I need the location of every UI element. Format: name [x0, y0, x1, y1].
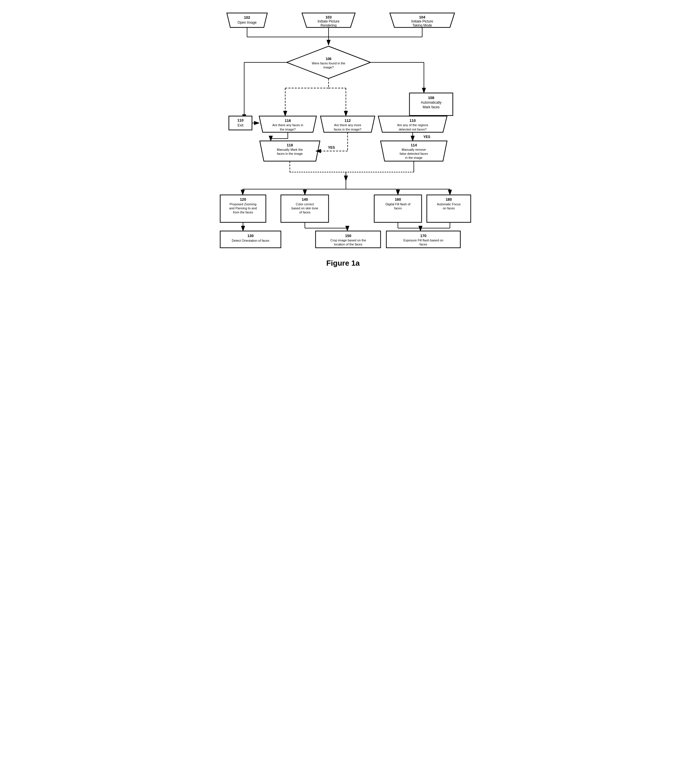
node-108-label2: Mark faces — [423, 105, 440, 109]
node-180-label1: Automatic Focus — [437, 202, 461, 206]
node-103-id: 103 — [325, 15, 332, 20]
node-130-id: 130 — [247, 234, 254, 238]
node-114-label1: Manually remove — [402, 148, 426, 151]
main-diagram: 102 Open Image 103 Initiate Picture Rend… — [213, 6, 473, 309]
node-150-id: 150 — [345, 234, 351, 238]
node-120-label3: from the faces — [233, 210, 253, 214]
node-160-id: 160 — [395, 197, 401, 202]
yes-label-112: YES — [328, 145, 335, 150]
node-108-id: 108 — [428, 96, 434, 100]
node-116-label2: the image? — [280, 128, 296, 131]
node-116-label1: Are there any faces in — [272, 123, 303, 127]
node-104-label1: Initiate Picture — [411, 20, 433, 23]
node-112-id: 112 — [345, 118, 351, 123]
node-160-label1: Digital Fill flash of — [385, 202, 411, 206]
node-110r-label2: detected not faces? — [399, 128, 426, 131]
node-112-label1: Are there any more — [334, 123, 361, 127]
node-114-label2: false detected faces — [400, 152, 428, 155]
node-170-label2: faces — [420, 243, 427, 246]
page-container: 102 Open Image 103 Initiate Picture Rend… — [213, 6, 473, 309]
node-160-label2: faces — [394, 207, 402, 210]
node-118-label1: Manually Mark the — [277, 148, 303, 151]
node-170-id: 170 — [420, 234, 426, 238]
node-118-label2: faces in the image — [277, 152, 302, 155]
node-110r-id: 110 — [410, 118, 416, 123]
node-104-label2: Taking Mode — [412, 23, 432, 28]
node-106-id: 106 — [326, 57, 332, 61]
node-140-label3: of faces — [299, 210, 310, 214]
node-106-label2: image? — [323, 65, 334, 69]
node-140-id: 140 — [302, 197, 308, 202]
node-106-label1: Were faces found in the — [312, 62, 345, 65]
node-170-label1: Exposure Fill flash based on — [403, 238, 443, 242]
node-118-id: 118 — [287, 143, 293, 147]
node-112-label2: faces in the image? — [334, 128, 361, 131]
flowchart-main: 102 Open Image 103 Initiate Picture Rend… — [213, 6, 473, 309]
node-120-label2: and Panning to and — [229, 207, 256, 210]
node-102-id: 102 — [244, 15, 250, 20]
node-180-id: 180 — [446, 197, 452, 202]
node-116-id: 116 — [285, 118, 291, 123]
node-140-label1: Color correct — [296, 202, 314, 206]
node-140-label2: based on skin tone — [292, 207, 318, 210]
node-180-label2: on faces — [443, 207, 455, 210]
node-120-label1: Proposed Zooming — [230, 202, 256, 206]
node-120-id: 120 — [240, 197, 246, 202]
figure-caption: Figure 1a — [326, 259, 360, 267]
node-110-exit-label: Exit — [237, 123, 243, 127]
node-130-label1: Detect Orientation of faces — [232, 239, 270, 242]
yes-label-110r: YES — [423, 135, 430, 139]
node-103-label1: Initiate Picture — [318, 20, 340, 23]
node-114-id: 114 — [411, 143, 417, 147]
node-102-label: Open Image — [237, 21, 256, 24]
node-110r-label1: Are any of the regions — [397, 123, 428, 127]
node-110-exit-id: 110 — [237, 118, 243, 122]
node-114-label3: in the image — [405, 156, 423, 160]
node-150-label1: Crop image based on the — [330, 238, 366, 242]
node-150-label2: location of the faces — [334, 243, 363, 246]
node-103-label2: Rendering — [320, 23, 336, 28]
node-104-id: 104 — [419, 15, 425, 20]
node-108-label1: Automatically — [421, 101, 441, 104]
